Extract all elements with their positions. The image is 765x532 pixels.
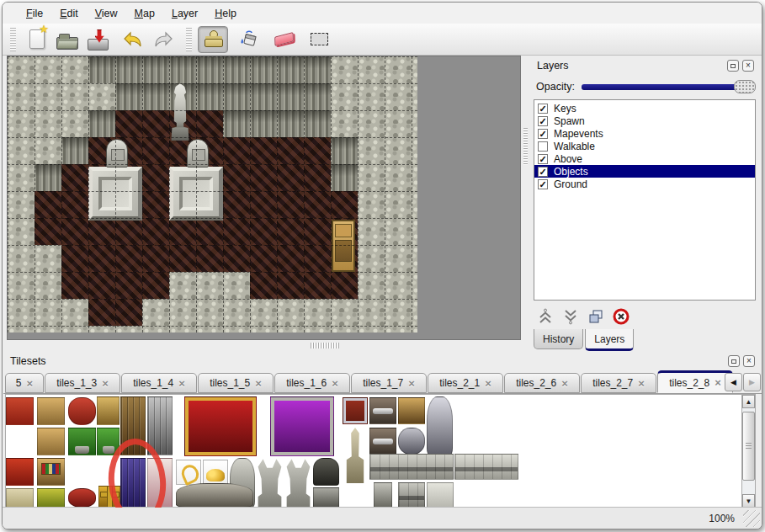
rock-wall-tile[interactable] bbox=[142, 299, 169, 326]
close-tab-icon[interactable]: × bbox=[715, 376, 721, 389]
rock-wall-tile[interactable] bbox=[8, 83, 35, 110]
rock-wall-tile[interactable] bbox=[8, 245, 35, 272]
floor-tile[interactable] bbox=[142, 164, 169, 191]
menu-map[interactable]: Map bbox=[135, 8, 155, 19]
rock-wall-tile[interactable] bbox=[223, 299, 250, 326]
rock-wall-tile[interactable] bbox=[61, 110, 88, 137]
floor-tile[interactable] bbox=[169, 245, 196, 272]
rock-wall-tile[interactable] bbox=[412, 56, 417, 83]
tileset-tab-tiles_1_4[interactable]: tiles_1_4× bbox=[121, 373, 197, 393]
rock-wall-tile[interactable] bbox=[385, 137, 412, 164]
tile-statue-winged-r[interactable] bbox=[284, 458, 312, 508]
rock-wall-tile[interactable] bbox=[358, 83, 385, 110]
floor-tile[interactable] bbox=[331, 191, 358, 218]
rock-wall-tile[interactable] bbox=[35, 326, 61, 332]
rock-wall-tile[interactable] bbox=[8, 110, 35, 137]
horizontal-splitter[interactable] bbox=[3, 340, 522, 351]
floor-tile[interactable] bbox=[115, 272, 142, 299]
close-tab-icon[interactable]: × bbox=[332, 377, 338, 390]
tile-floor-stone[interactable] bbox=[427, 482, 454, 508]
floor-tile[interactable] bbox=[61, 191, 88, 218]
rock-wall-tile[interactable] bbox=[169, 299, 196, 326]
rock-wall-tile[interactable] bbox=[35, 56, 61, 83]
close-tab-icon[interactable]: × bbox=[102, 377, 109, 390]
rock-wall-tile[interactable] bbox=[385, 326, 412, 332]
scrollbar-thumb[interactable] bbox=[742, 412, 755, 481]
floor-tile[interactable] bbox=[331, 272, 358, 299]
tile-loom[interactable] bbox=[37, 397, 65, 425]
tile-obelisk[interactable] bbox=[343, 428, 368, 483]
floor-tile[interactable] bbox=[250, 218, 277, 245]
rock-wall-tile[interactable] bbox=[35, 83, 61, 110]
rock-wall-tile[interactable] bbox=[61, 326, 88, 332]
menu-view[interactable]: View bbox=[95, 8, 118, 19]
resize-grip[interactable] bbox=[743, 510, 760, 527]
tile-key-gold[interactable] bbox=[176, 460, 201, 485]
close-tab-icon[interactable]: × bbox=[408, 377, 415, 390]
rock-wall-tile[interactable] bbox=[358, 164, 385, 191]
undo-button[interactable] bbox=[118, 26, 148, 53]
cliff-face-tile[interactable] bbox=[250, 56, 277, 83]
rock-wall-tile[interactable] bbox=[412, 137, 417, 164]
tile-cross-gold[interactable] bbox=[98, 486, 120, 508]
rock-wall-tile[interactable] bbox=[250, 326, 277, 332]
rock-wall-tile[interactable] bbox=[412, 326, 417, 332]
select-tool-button[interactable] bbox=[304, 26, 334, 53]
tile-banner-red[interactable] bbox=[6, 397, 34, 425]
tile-mirror[interactable] bbox=[97, 396, 120, 425]
rock-wall-tile[interactable] bbox=[8, 272, 35, 299]
floor-tile[interactable] bbox=[304, 164, 331, 191]
rock-wall-tile[interactable] bbox=[385, 272, 412, 299]
rock-wall-tile[interactable] bbox=[385, 218, 412, 245]
floor-tile[interactable] bbox=[142, 137, 169, 164]
cliff-face-tile[interactable] bbox=[35, 164, 61, 191]
new-file-button[interactable] bbox=[22, 26, 52, 53]
cliff-face-tile[interactable] bbox=[88, 56, 115, 83]
rock-wall-tile[interactable] bbox=[385, 56, 412, 83]
open-file-button[interactable] bbox=[52, 26, 82, 53]
rock-wall-tile[interactable] bbox=[142, 326, 169, 332]
fill-tool-button[interactable] bbox=[233, 26, 263, 53]
rock-wall-tile[interactable] bbox=[35, 272, 61, 299]
tile-gargoyle[interactable] bbox=[313, 458, 339, 486]
cliff-face-tile[interactable] bbox=[196, 83, 223, 110]
rock-wall-tile[interactable] bbox=[8, 191, 35, 218]
opacity-slider-handle[interactable] bbox=[734, 80, 756, 93]
tile-armor-pile[interactable] bbox=[398, 428, 425, 455]
rock-wall-tile[interactable] bbox=[358, 326, 385, 332]
rock-wall-tile[interactable] bbox=[358, 137, 385, 164]
layer-visibility-checkbox[interactable]: ✓ bbox=[538, 104, 548, 114]
floor-tile[interactable] bbox=[304, 137, 331, 164]
tile-plant-bush[interactable] bbox=[97, 428, 120, 455]
rock-wall-tile[interactable] bbox=[8, 164, 35, 191]
tile-statue-winged-l[interactable] bbox=[256, 458, 284, 508]
menu-layer[interactable]: Layer bbox=[172, 8, 198, 19]
cliff-face-tile[interactable] bbox=[223, 83, 250, 110]
rock-wall-tile[interactable] bbox=[412, 83, 417, 110]
floor-tile[interactable] bbox=[61, 164, 88, 191]
close-tab-icon[interactable]: × bbox=[178, 377, 185, 390]
delete-layer-button[interactable] bbox=[612, 307, 630, 326]
tile-banner-green[interactable] bbox=[37, 488, 65, 508]
rock-wall-tile[interactable] bbox=[358, 110, 385, 137]
float-panel-button[interactable] bbox=[728, 355, 740, 367]
layer-row-keys[interactable]: ✓Keys bbox=[534, 102, 755, 114]
rock-wall-tile[interactable] bbox=[8, 299, 35, 326]
rock-wall-tile[interactable] bbox=[331, 299, 358, 326]
rock-wall-tile[interactable] bbox=[412, 218, 417, 245]
rock-wall-tile[interactable] bbox=[277, 299, 304, 326]
close-tab-icon[interactable]: × bbox=[27, 377, 34, 390]
tileset-tab-tiles_1_6[interactable]: tiles_1_6× bbox=[274, 373, 350, 393]
rock-wall-tile[interactable] bbox=[250, 299, 277, 326]
tile-wheel-red[interactable] bbox=[68, 488, 96, 508]
raise-layer-button[interactable] bbox=[536, 307, 555, 326]
rock-wall-tile[interactable] bbox=[385, 191, 412, 218]
layer-visibility-checkbox[interactable]: ✓ bbox=[538, 179, 548, 189]
scroll-down-button[interactable]: ▼ bbox=[742, 494, 755, 508]
scroll-tabs-left-button[interactable]: ◀ bbox=[725, 373, 742, 391]
cliff-face-tile[interactable] bbox=[250, 83, 277, 110]
layer-row-ground[interactable]: ✓Ground bbox=[534, 178, 755, 190]
rock-wall-tile[interactable] bbox=[358, 299, 385, 326]
rock-wall-tile[interactable] bbox=[385, 110, 412, 137]
cliff-face-tile[interactable] bbox=[169, 56, 196, 83]
